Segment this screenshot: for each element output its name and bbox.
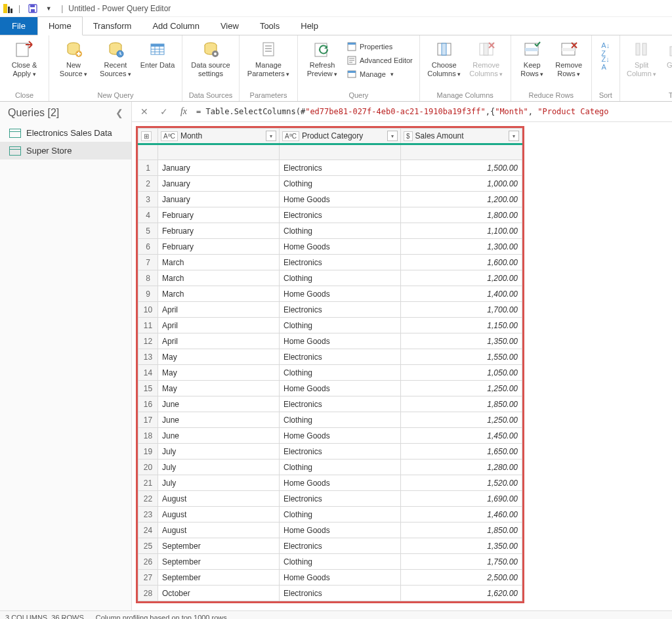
row-number[interactable]: 7: [138, 255, 158, 270]
cell-month[interactable]: April: [158, 333, 280, 349]
cell-amount[interactable]: 1,450.00: [401, 428, 522, 444]
cell-amount[interactable]: 2,500.00: [401, 570, 522, 586]
cell-category[interactable]: Electronics: [280, 255, 401, 270]
keep-rows-button[interactable]: Keep Rows: [515, 37, 549, 79]
cell-month[interactable]: September: [158, 554, 280, 570]
formula-cancel-button[interactable]: ✕: [137, 104, 152, 119]
row-number[interactable]: 6: [138, 239, 158, 255]
cell-month[interactable]: July: [158, 444, 280, 459]
table-row[interactable]: 26SeptemberClothing1,750.00: [138, 554, 522, 570]
split-column-button[interactable]: Split Column: [624, 37, 660, 79]
row-number[interactable]: 27: [138, 570, 158, 586]
advanced-editor-button[interactable]: Advanced Editor: [344, 54, 415, 67]
cell-category[interactable]: Electronics: [280, 586, 401, 601]
cell-amount[interactable]: 1,800.00: [401, 207, 522, 223]
tab-transform[interactable]: Transform: [83, 17, 142, 35]
cell-category[interactable]: Home Goods: [280, 239, 401, 255]
cell-month[interactable]: July: [158, 475, 280, 491]
table-row[interactable]: 3JanuaryHome Goods1,200.00: [138, 192, 522, 207]
manage-parameters-button[interactable]: Manage Parameters: [243, 37, 293, 79]
row-number[interactable]: 18: [138, 428, 158, 444]
close-apply-button[interactable]: Close & Apply: [4, 37, 45, 79]
group-by-button[interactable]: Group By: [661, 37, 672, 79]
cell-category[interactable]: Clothing: [280, 223, 401, 239]
cell-month[interactable]: February: [158, 223, 280, 239]
currency-type-icon[interactable]: $: [404, 131, 413, 141]
cell-category[interactable]: Clothing: [280, 365, 401, 381]
cell-category[interactable]: Electronics: [280, 396, 401, 412]
cell-category[interactable]: Clothing: [280, 507, 401, 523]
row-number[interactable]: 16: [138, 396, 158, 412]
row-number[interactable]: 19: [138, 444, 158, 459]
formula-input[interactable]: = Table.SelectColumns(#"ed77be81-027f-4e…: [196, 107, 609, 116]
row-number[interactable]: 5: [138, 223, 158, 239]
table-row[interactable]: 22AugustElectronics1,690.00: [138, 491, 522, 507]
table-row[interactable]: 17JuneClothing1,250.00: [138, 412, 522, 428]
cell-amount[interactable]: 1,300.00: [401, 239, 522, 255]
table-row[interactable]: 14MayClothing1,050.00: [138, 365, 522, 381]
cell-amount[interactable]: 1,460.00: [401, 507, 522, 523]
cell-amount[interactable]: 1,850.00: [401, 396, 522, 412]
cell-amount[interactable]: 1,100.00: [401, 223, 522, 239]
cell-amount[interactable]: 1,500.00: [401, 160, 522, 176]
save-button[interactable]: [26, 1, 40, 16]
cell-amount[interactable]: 1,250.00: [401, 381, 522, 396]
tab-help[interactable]: Help: [290, 17, 329, 35]
cell-amount[interactable]: 1,650.00: [401, 444, 522, 459]
cell-category[interactable]: Home Goods: [280, 286, 401, 302]
row-number[interactable]: 11: [138, 318, 158, 333]
cell-month[interactable]: September: [158, 538, 280, 554]
new-source-button[interactable]: New Source: [53, 37, 94, 79]
table-row[interactable]: 7MarchElectronics1,600.00: [138, 255, 522, 270]
refresh-preview-button[interactable]: Refresh Preview: [302, 37, 343, 79]
cell-category[interactable]: Electronics: [280, 444, 401, 459]
cell-month[interactable]: August: [158, 491, 280, 507]
cell-month[interactable]: April: [158, 302, 280, 318]
query-item-electronics-sales[interactable]: Electronics Sales Data: [0, 124, 131, 142]
manage-query-button[interactable]: Manage▾: [344, 68, 415, 81]
cell-category[interactable]: Electronics: [280, 349, 401, 365]
tab-view[interactable]: View: [210, 17, 249, 35]
table-row[interactable]: 19JulyElectronics1,650.00: [138, 444, 522, 459]
cell-category[interactable]: Home Goods: [280, 333, 401, 349]
cell-category[interactable]: Home Goods: [280, 381, 401, 396]
cell-month[interactable]: January: [158, 176, 280, 192]
table-row[interactable]: 25SeptemberElectronics1,350.00: [138, 538, 522, 554]
row-number[interactable]: 3: [138, 192, 158, 207]
data-source-settings-button[interactable]: Data source settings: [186, 37, 235, 79]
cell-amount[interactable]: 1,350.00: [401, 538, 522, 554]
formula-accept-button[interactable]: ✓: [157, 104, 171, 119]
cell-month[interactable]: August: [158, 523, 280, 538]
text-type-icon[interactable]: AᴮC: [282, 131, 299, 141]
table-row[interactable]: 20JulyClothing1,280.00: [138, 459, 522, 475]
remove-rows-button[interactable]: Remove Rows: [551, 37, 587, 79]
cell-amount[interactable]: 1,620.00: [401, 586, 522, 601]
filter-icon[interactable]: ▾: [387, 131, 398, 141]
cell-month[interactable]: September: [158, 570, 280, 586]
cell-amount[interactable]: 1,200.00: [401, 192, 522, 207]
cell-month[interactable]: July: [158, 459, 280, 475]
row-selector-header[interactable]: ⊞: [138, 129, 158, 144]
cell-category[interactable]: Clothing: [280, 176, 401, 192]
cell-month[interactable]: May: [158, 381, 280, 396]
query-item-super-store[interactable]: Super Store: [0, 142, 131, 160]
cell-month[interactable]: March: [158, 286, 280, 302]
row-number[interactable]: 22: [138, 491, 158, 507]
data-grid[interactable]: ⊞ AᴮCMonth▾ AᴮCProduct Category▾ $Sales …: [138, 128, 522, 601]
cell-category[interactable]: Electronics: [280, 302, 401, 318]
cell-month[interactable]: April: [158, 318, 280, 333]
collapse-pane-button[interactable]: ❮: [116, 108, 123, 118]
cell-category[interactable]: Clothing: [280, 270, 401, 286]
cell-category[interactable]: Home Goods: [280, 192, 401, 207]
text-type-icon[interactable]: AᴮC: [161, 131, 178, 141]
row-number[interactable]: 23: [138, 507, 158, 523]
row-number[interactable]: 17: [138, 412, 158, 428]
cell-amount[interactable]: 1,700.00: [401, 302, 522, 318]
cell-category[interactable]: Clothing: [280, 459, 401, 475]
cell-amount[interactable]: 1,750.00: [401, 554, 522, 570]
table-row[interactable]: 6FebruaryHome Goods1,300.00: [138, 239, 522, 255]
table-row[interactable]: 4FebruaryElectronics1,800.00: [138, 207, 522, 223]
choose-columns-button[interactable]: Choose Columns: [424, 37, 465, 79]
tab-add-column[interactable]: Add Column: [142, 17, 210, 35]
row-number[interactable]: 28: [138, 586, 158, 601]
